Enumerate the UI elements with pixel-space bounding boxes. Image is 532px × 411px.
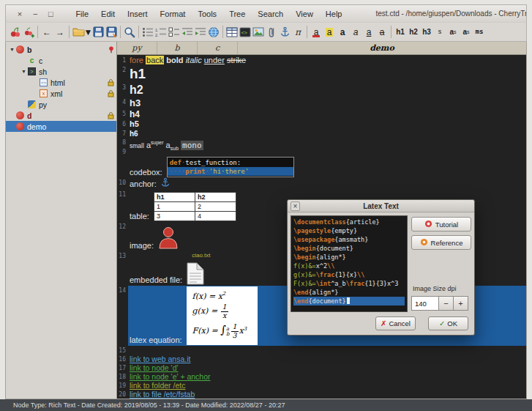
anchor-widget-icon[interactable]: [161, 177, 170, 189]
insert-table-icon[interactable]: [225, 24, 239, 40]
h2-icon[interactable]: h2: [407, 24, 420, 40]
terminal-icon: [28, 67, 36, 75]
tree-item-sh[interactable]: ▼sh: [6, 66, 116, 77]
latex-equation-widget[interactable]: f(x) = x2 g(x) = 1x F(x) = ∫ab13x3: [187, 286, 258, 345]
latex-source[interactable]: \documentclass{article}\pagestyle{empty}…: [291, 215, 408, 312]
line-number: 6: [117, 119, 128, 129]
menu-edit[interactable]: Edit: [100, 9, 116, 19]
insert-latex-icon[interactable]: π: [291, 24, 304, 40]
ok-button[interactable]: ✓ OK: [428, 316, 468, 330]
node-link-e-anchor[interactable]: link to node 'e' + anchor: [130, 372, 211, 381]
file-link[interactable]: link to file /etc/fstab: [130, 390, 195, 399]
recent-node-b[interactable]: b: [157, 42, 198, 54]
html-icon: [40, 78, 48, 86]
tree-item-c[interactable]: c: [6, 55, 116, 66]
go-back-icon[interactable]: ←: [40, 24, 53, 40]
superscript-icon[interactable]: as: [446, 24, 460, 40]
open-file-icon[interactable]: [72, 24, 85, 40]
bold-icon[interactable]: a: [336, 24, 349, 40]
menu-search[interactable]: Search: [256, 9, 285, 19]
maximize-icon[interactable]: □: [46, 8, 55, 19]
italic-text: italic: [186, 56, 202, 64]
find-icon[interactable]: [123, 24, 136, 40]
tree-item-d[interactable]: d: [6, 110, 116, 121]
tree-expander-icon[interactable]: ▼: [8, 47, 16, 52]
tree-item-demo[interactable]: demo: [6, 121, 116, 132]
tree-item-html[interactable]: html: [6, 77, 116, 88]
cherry-icon[interactable]: [9, 24, 22, 40]
tutorial-button[interactable]: Tutorial: [411, 217, 471, 232]
tree-item-label: d: [27, 111, 31, 120]
numbered-list-icon[interactable]: 1.2.: [154, 24, 168, 40]
toolbar-separator: [69, 26, 70, 38]
menu-tools[interactable]: Tools: [196, 9, 218, 19]
web-link[interactable]: link to web ansa.it: [130, 355, 190, 363]
text-line: 19 link to folder /etc: [117, 381, 526, 390]
table-widget[interactable]: h1h21234: [154, 192, 236, 221]
tree-item-b[interactable]: ▼b: [6, 44, 116, 55]
monospace-icon[interactable]: ms: [473, 24, 486, 40]
recent-node-c[interactable]: c: [198, 42, 238, 54]
reference-button[interactable]: Reference: [411, 235, 471, 250]
svg-text:2.: 2.: [155, 32, 159, 37]
todo-list-icon[interactable]: [168, 24, 181, 40]
small-icon[interactable]: s: [433, 24, 446, 40]
person-image[interactable]: [158, 226, 179, 251]
image-label: image:: [130, 241, 154, 251]
bulleted-list-icon[interactable]: [141, 24, 154, 40]
text-line: 2 h1: [117, 65, 526, 83]
cancel-button[interactable]: ✗ Cancel: [375, 316, 416, 330]
unindent-icon[interactable]: [181, 24, 194, 40]
menu-format[interactable]: Format: [159, 9, 187, 19]
svg-text:1.: 1.: [155, 27, 159, 32]
strikethrough-icon[interactable]: a: [375, 24, 389, 40]
indent-icon[interactable]: [194, 24, 207, 40]
folder-link[interactable]: link to folder /etc: [130, 381, 185, 390]
menu-help[interactable]: Help: [324, 9, 344, 19]
recent-node-py[interactable]: py: [117, 42, 157, 54]
insert-codebox-icon[interactable]: <>: [239, 24, 252, 40]
menu-tree[interactable]: Tree: [228, 9, 247, 19]
dpi-value-input[interactable]: 140: [411, 296, 439, 311]
dpi-increase-button[interactable]: +: [454, 296, 468, 311]
background-color-icon[interactable]: a: [323, 24, 336, 40]
embedded-file-widget[interactable]: ciao.txt: [187, 253, 228, 285]
tree-item-xml[interactable]: xml: [6, 88, 116, 99]
recent-docs-dropdown-icon[interactable]: ▼: [85, 24, 91, 40]
insert-link-icon[interactable]: [207, 24, 220, 40]
codebox-widget[interactable]: def·test_function:····print·'hi·there': [167, 157, 294, 177]
menu-view[interactable]: View: [294, 9, 315, 19]
foreground-color-icon[interactable]: a: [310, 24, 323, 40]
node-link-d[interactable]: link to node 'd': [130, 363, 178, 372]
insert-anchor-icon[interactable]: [278, 24, 291, 40]
dpi-spinner: 140 − +: [411, 296, 471, 311]
close-icon[interactable]: ×: [15, 8, 24, 19]
line-number: 7: [117, 129, 128, 138]
go-forward-icon[interactable]: →: [53, 24, 67, 40]
lock-icon: [108, 90, 114, 97]
text-line: 18 link to node 'e' + anchor: [117, 372, 526, 381]
lock-icon: [108, 79, 114, 86]
save-as-icon[interactable]: [105, 24, 118, 40]
h1-icon[interactable]: h1: [394, 24, 407, 40]
latex-label: latex equation:: [130, 336, 182, 345]
dpi-decrease-button[interactable]: −: [439, 296, 454, 311]
minimize-icon[interactable]: −: [31, 8, 40, 19]
save-icon[interactable]: [91, 24, 105, 40]
ok-check-icon: ✓: [439, 319, 445, 327]
tree-expander-icon[interactable]: ▼: [20, 69, 28, 74]
heading-h6: h6: [130, 130, 138, 138]
underline-text: under: [204, 56, 225, 64]
tree-item-py[interactable]: py: [6, 99, 116, 110]
attach-file-icon[interactable]: [265, 24, 278, 40]
insert-image-icon[interactable]: [252, 24, 265, 40]
menu-file[interactable]: File: [74, 9, 90, 19]
dialog-close-icon[interactable]: ×: [291, 201, 300, 211]
italic-icon[interactable]: a: [349, 24, 362, 40]
underline-icon[interactable]: a: [362, 24, 375, 40]
toolbar-separator: [37, 26, 38, 38]
node-add-icon[interactable]: [22, 24, 35, 40]
menu-insert[interactable]: Insert: [126, 9, 149, 19]
h3-icon[interactable]: h3: [420, 24, 433, 40]
subscript-icon[interactable]: as: [460, 24, 473, 40]
